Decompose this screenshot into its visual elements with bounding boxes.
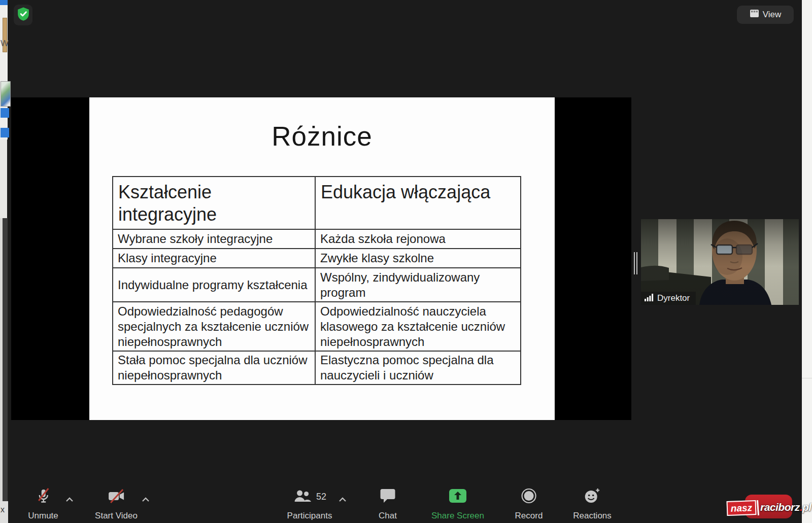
participants-icon xyxy=(293,489,312,506)
comparison-table: Kształcenie integracyjne Edukacja włącza… xyxy=(112,176,521,385)
panel-resize-handle[interactable] xyxy=(634,252,637,274)
start-video-label: Start Video xyxy=(95,511,138,521)
view-button-label: View xyxy=(763,10,782,20)
chat-label: Chat xyxy=(379,511,397,521)
unmute-button[interactable]: Unmute xyxy=(28,487,58,521)
table-header-cell: Kształcenie integracyjne xyxy=(113,177,315,229)
background-window-image-thumbnail xyxy=(1,81,11,107)
watermark-nasz-box: nasz xyxy=(727,500,757,516)
participants-label: Participants xyxy=(287,511,332,521)
table-row: Odpowiedzialność pedagogów specjalnych z… xyxy=(113,302,521,351)
background-window-blue-block xyxy=(1,108,9,118)
reactions-button[interactable]: Reactions xyxy=(573,487,612,521)
participant-name-badge: Dyrektor xyxy=(641,292,696,305)
watermark-wordmark: raciborz.pl xyxy=(760,501,811,513)
presentation-slide: Różnice Kształcenie integracyjne Edukacj… xyxy=(89,97,555,420)
participants-count: 52 xyxy=(316,492,326,502)
signal-bars-icon xyxy=(645,294,654,303)
zoom-meeting-window: W x View xyxy=(0,0,812,523)
background-window-sliver: W x xyxy=(0,0,8,523)
record-circle-icon xyxy=(521,487,537,506)
reactions-label: Reactions xyxy=(573,511,612,521)
background-window-text-fragment: x xyxy=(1,505,5,514)
table-row: Stała pomoc specjalna dla uczniów niepeł… xyxy=(113,351,521,385)
unmute-options-chevron-icon[interactable] xyxy=(65,495,74,501)
chat-bubble-icon xyxy=(380,488,396,506)
chat-button[interactable]: Chat xyxy=(379,487,397,521)
view-grid-icon xyxy=(750,9,759,20)
share-screen-label: Share Screen xyxy=(431,511,484,521)
background-window-text-fragment: W xyxy=(1,39,9,49)
table-cell: Odpowiedzialność pedagogów specjalnych z… xyxy=(113,302,315,351)
record-button[interactable]: Record xyxy=(515,487,543,521)
view-button[interactable]: View xyxy=(737,6,794,24)
meeting-security-shield-button[interactable] xyxy=(14,5,32,25)
video-options-chevron-icon[interactable] xyxy=(142,495,150,501)
record-label: Record xyxy=(515,511,543,521)
share-screen-button[interactable]: Share Screen xyxy=(431,487,484,521)
participants-options-chevron-icon[interactable] xyxy=(339,495,347,501)
shared-screen-area: Różnice Kształcenie integracyjne Edukacj… xyxy=(11,97,631,420)
table-header-row: Kształcenie integracyjne Edukacja włącza… xyxy=(113,177,521,229)
slide-title: Różnice xyxy=(89,121,555,152)
participant-video-tile[interactable]: Dyrektor xyxy=(641,219,799,305)
table-row: Indywidualne programy kształcenia Wspóln… xyxy=(113,268,521,302)
unmute-label: Unmute xyxy=(28,511,58,521)
shield-check-icon xyxy=(17,7,30,23)
background-window-scrollbar-fragment xyxy=(3,218,8,502)
microphone-muted-icon xyxy=(35,487,52,507)
share-screen-icon xyxy=(448,488,468,506)
reactions-smiley-icon xyxy=(583,487,601,506)
table-row: Wybrane szkoły integracyjne Każda szkoła… xyxy=(113,229,521,249)
participant-name: Dyrektor xyxy=(657,293,690,303)
table-cell: Stała pomoc specjalna dla uczniów niepeł… xyxy=(113,351,315,385)
table-cell: Elastyczna pomoc specjalna dla nauczycie… xyxy=(315,351,521,385)
background-window-titlebar xyxy=(0,0,8,5)
participants-button[interactable]: 52 Participants xyxy=(287,487,332,521)
background-window-strip xyxy=(802,0,812,523)
background-window-divider xyxy=(802,378,812,378)
background-window-blue-block xyxy=(1,128,9,137)
table-cell: Indywidualne programy kształcenia xyxy=(113,268,315,302)
camera-muted-icon xyxy=(106,488,126,506)
table-header-cell: Edukacja włączająca xyxy=(315,177,521,229)
start-video-button[interactable]: Start Video xyxy=(95,487,138,521)
table-cell: Zwykłe klasy szkolne xyxy=(315,249,521,268)
table-cell: Klasy integracyjne xyxy=(113,249,315,268)
table-row: Klasy integracyjne Zwykłe klasy szkolne xyxy=(113,249,521,268)
table-cell: Wspólny, zindywidualizowany program xyxy=(315,268,521,302)
table-cell: Odpowiedzialność nauczyciela klasowego z… xyxy=(315,302,521,351)
background-window-panel xyxy=(0,140,7,221)
table-cell: Wybrane szkoły integracyjne xyxy=(113,229,315,249)
table-cell: Każda szkoła rejonowa xyxy=(315,229,521,249)
